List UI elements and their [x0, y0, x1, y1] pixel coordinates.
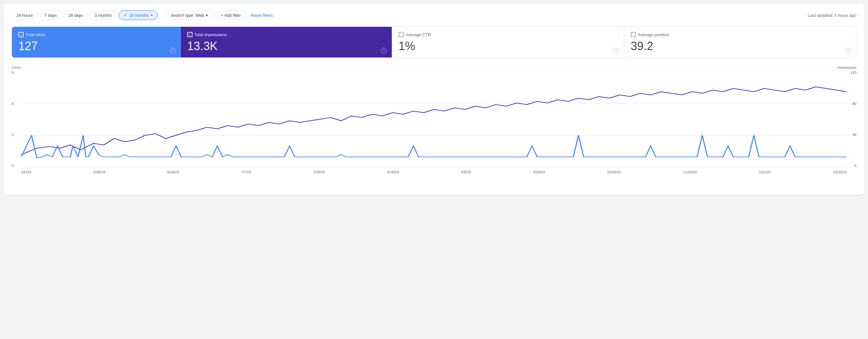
top-bar: 24 hours 7 days 28 days 3 months ✓ 16 mo…: [11, 10, 857, 20]
ctr-label: Average CTR: [399, 32, 617, 37]
chevron-down-icon: ▾: [206, 13, 208, 18]
metrics-row: ✓ Total clicks 127 ? ✓ Total impressions…: [11, 26, 857, 58]
dropdown-arrow-icon: ▾: [151, 13, 153, 18]
last-updated-label: Last updated: 3 hours ago: [808, 13, 857, 18]
chart-area: Clicks Impressions 9 6 3 0 120 80 40 0: [11, 63, 857, 187]
chart-wrapper: 9 6 3 0 120 80 40 0: [11, 71, 857, 168]
impressions-metric-card[interactable]: ✓ Total impressions 13.3K ?: [181, 27, 392, 57]
ctr-help-icon[interactable]: ?: [613, 48, 619, 54]
filter-7d[interactable]: 7 days: [40, 11, 62, 20]
chart-svg: [11, 71, 857, 168]
position-help-icon[interactable]: ?: [845, 48, 851, 54]
clicks-help-icon[interactable]: ?: [170, 48, 176, 54]
clicks-checkbox[interactable]: ✓: [19, 32, 24, 37]
clicks-value: 127: [19, 39, 175, 53]
clicks-label: ✓ Total clicks: [19, 32, 175, 37]
filter-28d[interactable]: 28 days: [64, 11, 88, 20]
impressions-label: ✓ Total impressions: [187, 32, 385, 37]
position-value: 39.2: [631, 39, 849, 53]
clicks-line: [21, 135, 847, 158]
x-axis: 5/5/24 5/26/24 6/16/24 7/7/24 7/28/24 8/…: [11, 170, 857, 174]
check-icon: ✓: [123, 12, 127, 18]
position-metric-card[interactable]: Average position 39.2 ?: [624, 27, 856, 57]
main-container: 24 hours 7 days 28 days 3 months ✓ 16 mo…: [4, 4, 864, 195]
position-label: Average position: [631, 32, 849, 37]
ctr-checkbox[interactable]: [399, 32, 404, 37]
clicks-metric-card[interactable]: ✓ Total clicks 127 ?: [12, 27, 181, 57]
reset-filters-button[interactable]: Reset filters: [248, 11, 276, 20]
impressions-help-icon[interactable]: ?: [381, 48, 386, 54]
filter-16m[interactable]: ✓ 16 months ▾: [119, 10, 158, 20]
ctr-metric-card[interactable]: Average CTR 1% ?: [392, 27, 624, 57]
chart-left-axis-label: Clicks: [11, 65, 21, 69]
impressions-checkbox[interactable]: ✓: [187, 32, 192, 37]
search-type-filter[interactable]: Search type: Web ▾: [165, 11, 213, 20]
impressions-value: 13.3K: [187, 39, 385, 53]
chart-right-axis-label: Impressions: [837, 65, 857, 69]
filter-3m[interactable]: 3 months: [90, 11, 116, 20]
ctr-value: 1%: [399, 39, 617, 53]
position-checkbox[interactable]: [631, 32, 636, 37]
filter-24h[interactable]: 24 hours: [11, 11, 38, 20]
impressions-line: [21, 87, 847, 154]
add-filter-button[interactable]: + Add filter: [215, 11, 246, 20]
